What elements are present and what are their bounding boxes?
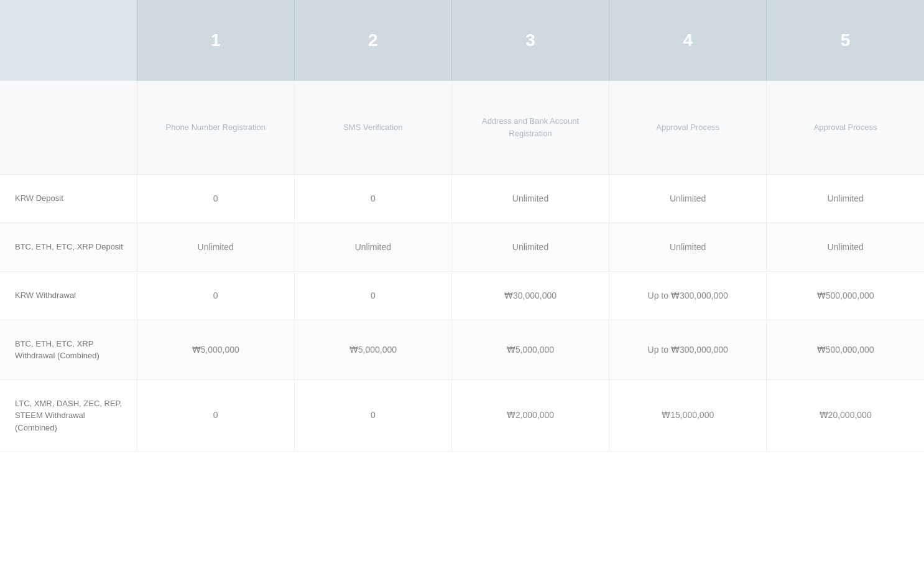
header-row: 1 2 3 4 5	[0, 0, 924, 81]
row-crypto-deposit-tier4: Unlimited	[609, 223, 767, 271]
subheader-tier-2: SMS Verification	[294, 81, 451, 174]
row-alt-withdrawal: LTC, XMR, DASH, ZEC, REP, STEEM Withdraw…	[0, 379, 924, 452]
row-crypto-withdrawal: BTC, ETH, ETC, XRP Withdrawal (Combined)…	[0, 320, 924, 379]
row-krw-withdrawal-tier2: 0	[294, 271, 451, 320]
row-alt-withdrawal-tier4: ₩15,000,000	[609, 379, 767, 452]
row-krw-withdrawal-label: KRW Withdrawal	[0, 271, 137, 320]
verification-levels-table: 1 2 3 4 5 Phone Number Regi	[0, 0, 924, 586]
row-crypto-deposit-tier3: Unlimited	[451, 223, 609, 271]
row-krw-withdrawal-tier4: Up to ₩300,000,000	[609, 271, 767, 320]
row-alt-withdrawal-tier3: ₩2,000,000	[451, 379, 609, 452]
row-crypto-withdrawal-tier1: ₩5,000,000	[137, 320, 294, 379]
subheader-tier-1: Phone Number Registration	[137, 81, 294, 174]
row-krw-deposit-tier1: 0	[137, 174, 294, 223]
subheader-tier-3: Address and Bank Account Registration	[451, 81, 609, 174]
row-crypto-withdrawal-tier3: ₩5,000,000	[451, 320, 609, 379]
row-crypto-deposit: BTC, ETH, ETC, XRP Deposit Unlimited Unl…	[0, 223, 924, 271]
row-alt-withdrawal-tier1: 0	[137, 379, 294, 452]
row-alt-withdrawal-tier2: 0	[294, 379, 451, 452]
row-krw-deposit-tier4: Unlimited	[609, 174, 767, 223]
row-crypto-withdrawal-label: BTC, ETH, ETC, XRP Withdrawal (Combined)	[0, 320, 137, 379]
row-alt-withdrawal-tier5: ₩20,000,000	[767, 379, 924, 452]
row-krw-withdrawal: KRW Withdrawal 0 0 ₩30,000,000 Up to ₩30…	[0, 271, 924, 320]
row-krw-withdrawal-tier5: ₩500,000,000	[767, 271, 924, 320]
row-crypto-withdrawal-tier2: ₩5,000,000	[294, 320, 451, 379]
tier-header-3: 3	[451, 0, 609, 81]
row-krw-deposit-tier5: Unlimited	[767, 174, 924, 223]
row-krw-deposit-tier2: 0	[294, 174, 451, 223]
label-header	[0, 0, 137, 81]
tier-header-5: 5	[767, 0, 924, 81]
subheader-row: Phone Number Registration SMS Verificati…	[0, 81, 924, 174]
row-krw-deposit-label: KRW Deposit	[0, 174, 137, 223]
tier-header-2: 2	[294, 0, 451, 81]
row-crypto-withdrawal-tier4: Up to ₩300,000,000	[609, 320, 767, 379]
tier-header-4: 4	[609, 0, 767, 81]
subheader-label	[0, 81, 137, 174]
subheader-tier-5: Approval Process	[767, 81, 924, 174]
subheader-tier-4: Approval Process	[609, 81, 767, 174]
tier-header-1: 1	[137, 0, 294, 81]
row-crypto-deposit-tier2: Unlimited	[294, 223, 451, 271]
row-krw-deposit: KRW Deposit 0 0 Unlimited Unlimited Unli…	[0, 174, 924, 223]
row-crypto-withdrawal-tier5: ₩500,000,000	[767, 320, 924, 379]
row-krw-deposit-tier3: Unlimited	[451, 174, 609, 223]
row-alt-withdrawal-label: LTC, XMR, DASH, ZEC, REP, STEEM Withdraw…	[0, 379, 137, 452]
row-krw-withdrawal-tier1: 0	[137, 271, 294, 320]
row-crypto-deposit-tier1: Unlimited	[137, 223, 294, 271]
row-crypto-deposit-label: BTC, ETH, ETC, XRP Deposit	[0, 223, 137, 271]
row-crypto-deposit-tier5: Unlimited	[767, 223, 924, 271]
row-krw-withdrawal-tier3: ₩30,000,000	[451, 271, 609, 320]
